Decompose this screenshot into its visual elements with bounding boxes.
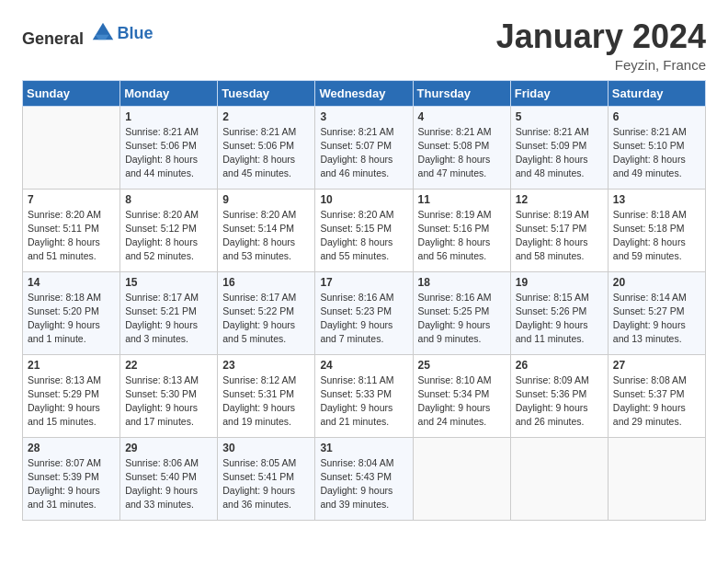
week-row-5: 28Sunrise: 8:07 AM Sunset: 5:39 PM Dayli… — [23, 437, 706, 520]
day-number: 10 — [320, 193, 407, 206]
day-info: Sunrise: 8:12 AM Sunset: 5:31 PM Dayligh… — [222, 373, 310, 430]
day-number: 16 — [222, 276, 310, 289]
week-row-4: 21Sunrise: 8:13 AM Sunset: 5:29 PM Dayli… — [23, 354, 706, 437]
logo-icon — [90, 18, 116, 44]
calendar-cell: 2Sunrise: 8:21 AM Sunset: 5:06 PM Daylig… — [218, 106, 315, 189]
weekday-header-tuesday: Tuesday — [218, 80, 315, 106]
day-number: 22 — [125, 359, 212, 372]
calendar-cell: 7Sunrise: 8:20 AM Sunset: 5:11 PM Daylig… — [23, 189, 120, 271]
day-number: 18 — [418, 276, 506, 289]
weekday-header-wednesday: Wednesday — [315, 80, 413, 106]
day-info: Sunrise: 8:16 AM Sunset: 5:23 PM Dayligh… — [320, 291, 407, 347]
day-number: 17 — [320, 276, 407, 289]
day-number: 27 — [613, 359, 700, 372]
calendar-header: SundayMondayTuesdayWednesdayThursdayFrid… — [23, 80, 706, 106]
calendar-cell: 29Sunrise: 8:06 AM Sunset: 5:40 PM Dayli… — [120, 437, 218, 520]
calendar-cell: 27Sunrise: 8:08 AM Sunset: 5:37 PM Dayli… — [608, 354, 705, 437]
week-row-3: 14Sunrise: 8:18 AM Sunset: 5:20 PM Dayli… — [23, 271, 706, 354]
day-info: Sunrise: 8:06 AM Sunset: 5:40 PM Dayligh… — [125, 456, 212, 512]
day-number: 2 — [222, 110, 310, 123]
day-info: Sunrise: 8:16 AM Sunset: 5:25 PM Dayligh… — [418, 291, 506, 347]
day-info: Sunrise: 8:21 AM Sunset: 5:09 PM Dayligh… — [516, 125, 603, 181]
calendar-cell: 31Sunrise: 8:04 AM Sunset: 5:43 PM Dayli… — [315, 437, 413, 520]
day-number: 5 — [516, 110, 603, 123]
day-number: 6 — [613, 110, 700, 123]
day-number: 7 — [28, 193, 115, 206]
calendar-cell: 23Sunrise: 8:12 AM Sunset: 5:31 PM Dayli… — [218, 354, 315, 437]
day-number: 28 — [28, 442, 115, 454]
month-title: January 2024 — [496, 18, 706, 55]
calendar-cell: 9Sunrise: 8:20 AM Sunset: 5:14 PM Daylig… — [218, 189, 315, 271]
calendar-cell: 30Sunrise: 8:05 AM Sunset: 5:41 PM Dayli… — [218, 437, 315, 520]
calendar-cell: 22Sunrise: 8:13 AM Sunset: 5:30 PM Dayli… — [120, 354, 218, 437]
day-info: Sunrise: 8:17 AM Sunset: 5:22 PM Dayligh… — [222, 291, 310, 347]
day-info: Sunrise: 8:18 AM Sunset: 5:20 PM Dayligh… — [28, 291, 115, 347]
day-number: 29 — [125, 442, 212, 454]
location-title: Feyzin, France — [496, 57, 706, 73]
day-info: Sunrise: 8:20 AM Sunset: 5:15 PM Dayligh… — [320, 208, 407, 264]
calendar-cell — [413, 437, 510, 520]
day-number: 13 — [613, 193, 700, 206]
day-number: 30 — [222, 442, 310, 454]
calendar-cell — [510, 437, 608, 520]
calendar-cell: 25Sunrise: 8:10 AM Sunset: 5:34 PM Dayli… — [413, 354, 510, 437]
day-info: Sunrise: 8:04 AM Sunset: 5:43 PM Dayligh… — [320, 456, 407, 512]
calendar-cell: 28Sunrise: 8:07 AM Sunset: 5:39 PM Dayli… — [23, 437, 120, 520]
calendar-cell: 14Sunrise: 8:18 AM Sunset: 5:20 PM Dayli… — [23, 271, 120, 354]
calendar-cell: 12Sunrise: 8:19 AM Sunset: 5:17 PM Dayli… — [510, 189, 608, 271]
weekday-header-monday: Monday — [120, 80, 218, 106]
day-info: Sunrise: 8:21 AM Sunset: 5:06 PM Dayligh… — [222, 125, 310, 181]
day-number: 11 — [418, 193, 506, 206]
day-number: 9 — [222, 193, 310, 206]
calendar-cell: 24Sunrise: 8:11 AM Sunset: 5:33 PM Dayli… — [315, 354, 413, 437]
day-number: 12 — [516, 193, 603, 206]
day-info: Sunrise: 8:07 AM Sunset: 5:39 PM Dayligh… — [28, 456, 115, 512]
weekday-header-thursday: Thursday — [413, 80, 510, 106]
calendar-cell: 1Sunrise: 8:21 AM Sunset: 5:06 PM Daylig… — [120, 106, 218, 189]
calendar-body: 1Sunrise: 8:21 AM Sunset: 5:06 PM Daylig… — [23, 106, 706, 520]
day-number: 23 — [222, 359, 310, 372]
day-info: Sunrise: 8:08 AM Sunset: 5:37 PM Dayligh… — [613, 373, 700, 430]
day-info: Sunrise: 8:13 AM Sunset: 5:30 PM Dayligh… — [125, 373, 212, 430]
logo: General Blue — [22, 18, 154, 49]
calendar-cell: 5Sunrise: 8:21 AM Sunset: 5:09 PM Daylig… — [510, 106, 608, 189]
day-info: Sunrise: 8:19 AM Sunset: 5:16 PM Dayligh… — [418, 208, 506, 264]
day-number: 15 — [125, 276, 212, 289]
calendar-cell: 18Sunrise: 8:16 AM Sunset: 5:25 PM Dayli… — [413, 271, 510, 354]
week-row-2: 7Sunrise: 8:20 AM Sunset: 5:11 PM Daylig… — [23, 189, 706, 271]
calendar-cell: 20Sunrise: 8:14 AM Sunset: 5:27 PM Dayli… — [608, 271, 705, 354]
title-area: January 2024 Feyzin, France — [496, 18, 706, 73]
calendar-cell — [608, 437, 705, 520]
week-row-1: 1Sunrise: 8:21 AM Sunset: 5:06 PM Daylig… — [23, 106, 706, 189]
weekday-header-friday: Friday — [510, 80, 608, 106]
day-number: 25 — [418, 359, 506, 372]
day-number: 20 — [613, 276, 700, 289]
day-info: Sunrise: 8:14 AM Sunset: 5:27 PM Dayligh… — [613, 291, 700, 347]
day-info: Sunrise: 8:21 AM Sunset: 5:10 PM Dayligh… — [613, 125, 700, 181]
day-number: 14 — [28, 276, 115, 289]
weekday-header-sunday: Sunday — [23, 80, 120, 106]
calendar-cell: 10Sunrise: 8:20 AM Sunset: 5:15 PM Dayli… — [315, 189, 413, 271]
day-number: 24 — [320, 359, 407, 372]
day-info: Sunrise: 8:15 AM Sunset: 5:26 PM Dayligh… — [516, 291, 603, 347]
day-info: Sunrise: 8:20 AM Sunset: 5:12 PM Dayligh… — [125, 208, 212, 264]
calendar-cell — [23, 106, 120, 189]
day-info: Sunrise: 8:18 AM Sunset: 5:18 PM Dayligh… — [613, 208, 700, 264]
day-info: Sunrise: 8:17 AM Sunset: 5:21 PM Dayligh… — [125, 291, 212, 347]
day-number: 19 — [516, 276, 603, 289]
day-info: Sunrise: 8:20 AM Sunset: 5:14 PM Dayligh… — [222, 208, 310, 264]
logo-blue: Blue — [118, 24, 154, 43]
calendar-cell: 17Sunrise: 8:16 AM Sunset: 5:23 PM Dayli… — [315, 271, 413, 354]
day-number: 3 — [320, 110, 407, 123]
day-info: Sunrise: 8:20 AM Sunset: 5:11 PM Dayligh… — [28, 208, 115, 264]
day-number: 31 — [320, 442, 407, 454]
day-info: Sunrise: 8:11 AM Sunset: 5:33 PM Dayligh… — [320, 373, 407, 430]
page-header: General Blue January 2024 Feyzin, France — [22, 18, 706, 73]
calendar-cell: 13Sunrise: 8:18 AM Sunset: 5:18 PM Dayli… — [608, 189, 705, 271]
day-number: 4 — [418, 110, 506, 123]
logo-general: General — [22, 29, 84, 48]
day-info: Sunrise: 8:09 AM Sunset: 5:36 PM Dayligh… — [516, 373, 603, 430]
calendar-cell: 3Sunrise: 8:21 AM Sunset: 5:07 PM Daylig… — [315, 106, 413, 189]
day-info: Sunrise: 8:13 AM Sunset: 5:29 PM Dayligh… — [28, 373, 115, 430]
calendar-cell: 26Sunrise: 8:09 AM Sunset: 5:36 PM Dayli… — [510, 354, 608, 437]
